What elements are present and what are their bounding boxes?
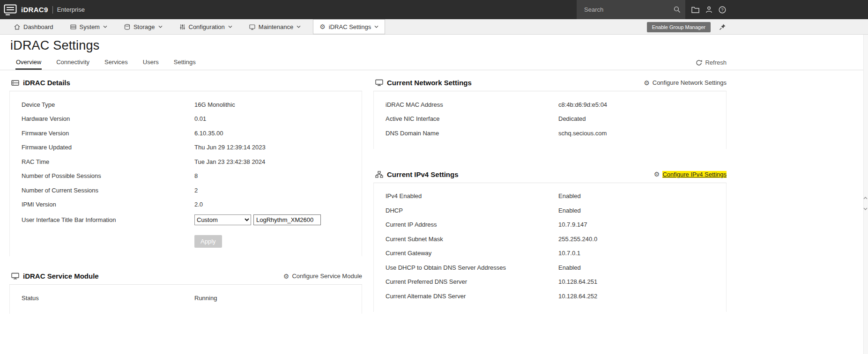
action-label-highlighted: Configure IPv4 Settings (662, 171, 727, 178)
row-label: Current Preferred DNS Server (374, 278, 558, 285)
monitor-icon (11, 273, 19, 280)
tab-overview[interactable]: Overview (15, 59, 42, 70)
main-nav: Dashboard System Storage (0, 19, 868, 35)
content-columns: iDRAC Details Device Type 16G Monolithic… (0, 70, 868, 314)
row-label: DHCP (374, 207, 558, 214)
chevron-down-icon (158, 25, 163, 28)
service-module-section: iDRAC Service Module ⚙ Configure Service… (9, 269, 362, 314)
brand-name: iDRAC9 (21, 6, 48, 14)
configure-service-module-link[interactable]: ⚙ Configure Service Module (283, 273, 362, 280)
nav-label: Storage (134, 23, 155, 30)
section-header: Current Network Settings ⚙ Configure Net… (373, 76, 727, 91)
nav-right: Enable Group Manager (647, 19, 726, 35)
service-module-table: Status Running (9, 285, 362, 314)
nav-label: Configuration (189, 23, 225, 30)
tab-settings[interactable]: Settings (173, 59, 196, 70)
row-label: iDRAC MAC Address (374, 101, 558, 108)
section-header: Current IPv4 Settings ⚙ Configure IPv4 S… (373, 168, 727, 183)
gear-icon: ⚙ (319, 23, 326, 30)
pin-icon[interactable] (719, 23, 726, 30)
row-value: 255.255.240.0 (558, 236, 726, 243)
row-label: DNS Domain Name (374, 130, 558, 137)
table-row: Current Alternate DNS Server 10.128.64.2… (374, 289, 726, 303)
top-bar: iDRAC9 Enterprise (0, 0, 868, 19)
search-icon[interactable] (674, 6, 681, 13)
help-icon[interactable]: ? (719, 6, 726, 14)
gear-icon: ⚙ (283, 273, 289, 280)
table-row: DHCP Enabled (374, 203, 726, 218)
table-row: Current Subnet Mask 255.255.240.0 (374, 232, 726, 246)
table-row: iDRAC MAC Address c8:4b:d6:9d:e5:04 (374, 97, 726, 112)
idrac-details-section: iDRAC Details Device Type 16G Monolithic… (9, 76, 362, 256)
title-bar-mode-select[interactable]: Custom (194, 214, 251, 225)
row-label: Device Type (10, 101, 194, 108)
nav-dashboard[interactable]: Dashboard (14, 19, 53, 34)
row-label: Current IP Address (374, 221, 558, 228)
nav-storage[interactable]: Storage (124, 19, 163, 34)
row-value: 10.128.64.251 (558, 278, 726, 285)
table-row: Status Running (10, 291, 362, 305)
row-value: 10.7.9.147 (558, 221, 726, 228)
row-value: Tue Jan 23 23:42:38 2024 (194, 158, 362, 165)
tab-services[interactable]: Services (104, 59, 128, 70)
topbar-right: ? (577, 0, 726, 19)
tab-users[interactable]: Users (142, 59, 159, 70)
left-column: iDRAC Details Device Type 16G Monolithic… (9, 76, 362, 314)
storage-icon (124, 24, 130, 30)
user-icon[interactable] (705, 6, 712, 13)
enable-group-manager-button[interactable]: Enable Group Manager (647, 22, 711, 32)
section-title: iDRAC Service Module (23, 272, 99, 280)
table-row: DNS Domain Name schq.secious.com (374, 126, 726, 140)
table-row: Active NIC Interface Dedicated (374, 112, 726, 126)
ipv4-settings-table: IPv4 Enabled Enabled DHCP Enabled Curren… (373, 183, 727, 312)
refresh-button[interactable]: Refresh (696, 59, 727, 66)
nav-system[interactable]: System (70, 19, 107, 34)
folder-icon[interactable] (691, 7, 699, 13)
configure-network-settings-link[interactable]: ⚙ Configure Network Settings (644, 79, 727, 86)
title-bar-text-input[interactable] (253, 214, 321, 225)
row-label: User Interface Title Bar Information (10, 216, 194, 223)
table-row: Current Preferred DNS Server 10.128.64.2… (374, 275, 726, 289)
row-value: 2.0 (194, 201, 362, 208)
nav-maintenance[interactable]: Maintenance (249, 19, 301, 34)
section-title: Current IPv4 Settings (387, 170, 459, 178)
scrollbar-track[interactable] (863, 35, 868, 354)
table-row: Device Type 16G Monolithic (10, 97, 362, 112)
server-icon (70, 24, 76, 30)
gear-icon: ⚙ (644, 80, 650, 86)
refresh-icon (696, 59, 702, 66)
chevron-down-icon (374, 25, 378, 28)
refresh-label: Refresh (705, 59, 727, 66)
idrac-details-table: Device Type 16G Monolithic Hardware Vers… (9, 91, 362, 256)
table-row: IPv4 Enabled Enabled (374, 189, 726, 204)
action-label: Configure Network Settings (653, 79, 727, 86)
network-topology-icon (375, 171, 383, 178)
row-value: Dedicated (558, 115, 726, 122)
row-label: Firmware Version (10, 130, 194, 137)
main-content: iDRAC Settings Overview Connectivity Ser… (0, 35, 868, 354)
table-row: Current IP Address 10.7.9.147 (374, 218, 726, 232)
search-box[interactable] (577, 0, 685, 19)
row-label: Use DHCP to Obtain DNS Server Addresses (374, 264, 558, 271)
table-row: RAC Time Tue Jan 23 23:42:38 2024 (10, 155, 362, 169)
svg-text:?: ? (721, 7, 723, 12)
section-header: iDRAC Service Module ⚙ Configure Service… (9, 269, 362, 285)
table-row: Number of Current Sessions 2 (10, 183, 362, 198)
row-value: Enabled (558, 264, 726, 271)
nav-idrac-settings[interactable]: ⚙ iDRAC Settings (313, 19, 385, 34)
nav-configuration[interactable]: Configuration (179, 19, 232, 34)
scroll-up-icon[interactable] (863, 197, 868, 199)
row-label: Hardware Version (10, 115, 194, 122)
table-row: Firmware Version 6.10.35.00 (10, 126, 362, 140)
scroll-down-icon[interactable] (863, 207, 868, 210)
row-value: 0.01 (194, 115, 362, 122)
section-title: Current Network Settings (387, 79, 472, 87)
title-bar-row: User Interface Title Bar Information Cus… (10, 212, 362, 228)
row-label: IPv4 Enabled (374, 192, 558, 199)
apply-button[interactable]: Apply (194, 235, 222, 248)
row-value: 16G Monolithic (194, 101, 362, 108)
search-input[interactable] (584, 6, 674, 13)
tab-connectivity[interactable]: Connectivity (56, 59, 90, 70)
row-label: Current Subnet Mask (374, 236, 558, 243)
configure-ipv4-settings-link[interactable]: ⚙ Configure IPv4 Settings (654, 171, 727, 178)
